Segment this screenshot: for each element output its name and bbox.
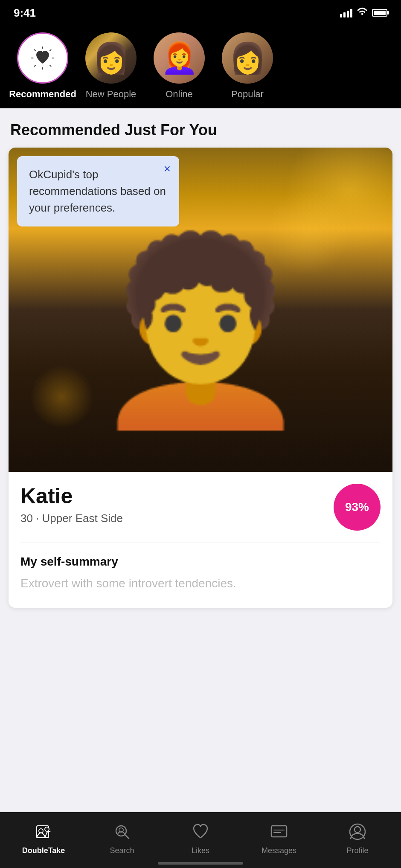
tab-new-people[interactable]: New People (77, 32, 145, 100)
status-icons (340, 7, 387, 19)
bottom-navigation: DoubleTake Search Likes (0, 812, 401, 868)
search-icon (111, 821, 133, 843)
tab-recommended[interactable]: Recommended (9, 32, 77, 100)
nav-label-doubletake: DoubleTake (22, 846, 65, 855)
tab-avatar-new-people (85, 32, 137, 84)
self-summary-text: Extrovert with some introvert tendencies… (20, 575, 381, 592)
svg-line-5 (50, 65, 51, 67)
self-summary-title: My self-summary (20, 555, 381, 569)
profile-icon (346, 821, 369, 843)
tab-label-popular: Popular (231, 89, 264, 100)
signal-icon (340, 8, 352, 17)
nav-label-messages: Messages (262, 846, 296, 855)
messages-icon (268, 821, 290, 843)
nav-label-search: Search (110, 846, 134, 855)
status-bar: 9:41 (0, 0, 401, 26)
tab-online[interactable]: Online (145, 32, 213, 100)
nav-item-likes[interactable]: Likes (175, 821, 226, 855)
recommendation-tooltip: × OkCupid's top recommendations based on… (17, 156, 179, 226)
nav-item-profile[interactable]: Profile (332, 821, 383, 855)
tooltip-text: OkCupid's top recommendations based on y… (29, 166, 167, 216)
match-percentage-badge: 93% (334, 484, 381, 531)
tab-avatar-popular (222, 32, 273, 84)
battery-icon (372, 9, 387, 17)
main-content: Recommended Just For You × OkCupid's top… (0, 108, 401, 676)
svg-line-6 (50, 49, 51, 51)
svg-point-10 (45, 827, 49, 831)
wifi-icon (357, 7, 368, 19)
nav-item-search[interactable]: Search (96, 821, 148, 855)
nav-item-doubletake[interactable]: DoubleTake (18, 821, 69, 855)
tab-avatar-recommended (17, 32, 68, 84)
nav-label-profile: Profile (346, 846, 368, 855)
heart-sparkle-icon (31, 46, 55, 70)
self-summary-section: My self-summary Extrovert with some intr… (9, 543, 392, 608)
svg-point-18 (355, 827, 360, 833)
nav-item-messages[interactable]: Messages (253, 821, 305, 855)
profile-card: × OkCupid's top recommendations based on… (9, 148, 392, 608)
category-tabs: Recommended New People Online Popular (0, 26, 401, 108)
svg-line-4 (34, 49, 35, 51)
tab-popular[interactable]: Popular (213, 32, 282, 100)
tab-avatar-online (154, 32, 205, 84)
profile-name-area: Katie 30 · Upper East Side (20, 484, 334, 525)
profile-info: Katie 30 · Upper East Side 93% (9, 472, 392, 543)
tab-label-recommended: Recommended (9, 89, 76, 100)
tooltip-close-button[interactable]: × (164, 163, 171, 175)
svg-line-12 (125, 835, 129, 839)
status-time: 9:41 (14, 6, 36, 20)
svg-rect-14 (271, 826, 287, 837)
tab-label-new-people: New People (86, 89, 137, 100)
svg-line-7 (34, 65, 35, 67)
profile-photo-emoji: 🧑‍🦱 (89, 241, 312, 421)
profile-name: Katie (20, 484, 334, 508)
tab-label-online: Online (166, 89, 193, 100)
doubletake-icon (32, 821, 55, 843)
likes-icon (189, 821, 212, 843)
section-title: Recommended Just For You (9, 121, 392, 139)
profile-details: 30 · Upper East Side (20, 512, 334, 525)
nav-label-likes: Likes (192, 846, 209, 855)
home-indicator (158, 862, 243, 865)
